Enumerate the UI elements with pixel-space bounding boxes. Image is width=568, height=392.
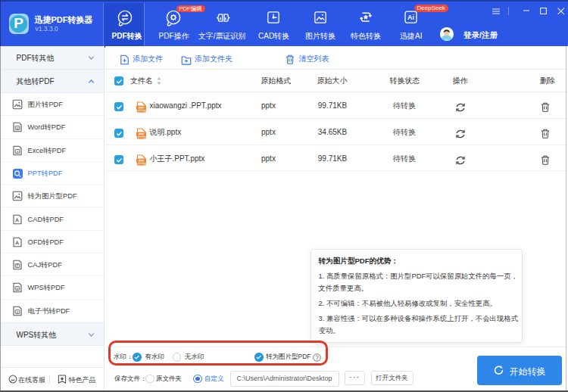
svg-text:w: w bbox=[16, 287, 19, 291]
svg-text:PPT: PPT bbox=[139, 107, 145, 110]
svg-text:w: w bbox=[16, 126, 19, 130]
svg-text:e: e bbox=[17, 149, 19, 153]
svg-text:PPT: PPT bbox=[139, 133, 145, 136]
svg-text:Ai: Ai bbox=[407, 14, 414, 21]
svg-text:e: e bbox=[17, 310, 19, 313]
svg-text:PPT: PPT bbox=[139, 160, 145, 163]
